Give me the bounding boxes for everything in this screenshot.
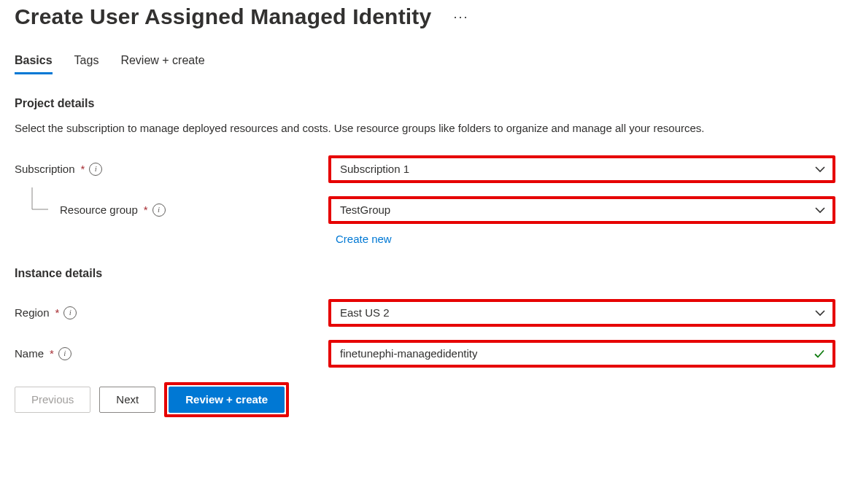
info-icon[interactable]: i — [63, 306, 77, 319]
tab-basics[interactable]: Basics — [15, 50, 53, 74]
resource-group-row: Resource group * i TestGroup — [15, 196, 835, 224]
resource-group-select[interactable]: TestGroup — [331, 199, 832, 221]
page-root: Create User Assigned Managed Identity ··… — [0, 0, 850, 424]
instance-details-heading: Instance details — [15, 267, 835, 280]
next-button[interactable]: Next — [99, 387, 155, 413]
tab-review-create[interactable]: Review + create — [120, 50, 204, 74]
previous-button[interactable]: Previous — [15, 387, 90, 413]
project-details-description: Select the subscription to manage deploy… — [15, 120, 817, 136]
footer-actions: Previous Next Review + create — [15, 382, 835, 417]
more-actions-button[interactable]: ··· — [449, 7, 473, 26]
resource-group-sublink-row: Create new — [15, 233, 835, 245]
region-select[interactable]: East US 2 — [331, 302, 832, 324]
review-create-highlight: Review + create — [164, 382, 289, 417]
required-indicator: * — [55, 306, 60, 319]
ellipsis-icon: ··· — [453, 9, 468, 24]
resource-group-value: TestGroup — [340, 203, 390, 216]
region-label: Region * i — [15, 306, 314, 319]
resource-group-label: Resource group * i — [15, 203, 314, 217]
required-indicator: * — [81, 163, 85, 175]
page-title: Create User Assigned Managed Identity — [15, 4, 431, 29]
subscription-label: Subscription * i — [15, 163, 314, 176]
project-details-heading: Project details — [15, 97, 835, 110]
required-indicator: * — [144, 203, 148, 216]
check-icon — [814, 348, 825, 360]
name-value: finetunephi-managedidentity — [340, 347, 477, 360]
region-value: East US 2 — [340, 306, 390, 319]
subscription-row: Subscription * i Subscription 1 — [15, 155, 835, 183]
subscription-field: Subscription 1 — [328, 155, 835, 183]
region-field: East US 2 — [328, 299, 835, 327]
subscription-select[interactable]: Subscription 1 — [331, 158, 832, 180]
required-indicator: * — [50, 347, 54, 360]
tab-tags[interactable]: Tags — [74, 50, 99, 74]
info-icon[interactable]: i — [89, 163, 102, 176]
region-label-text: Region — [15, 306, 50, 319]
project-details-form: Subscription * i Subscription 1 Resource… — [15, 155, 835, 245]
review-create-button[interactable]: Review + create — [169, 387, 285, 413]
resource-group-field: TestGroup — [328, 196, 835, 224]
create-new-link[interactable]: Create new — [328, 233, 835, 245]
tabs: Basics Tags Review + create — [15, 50, 835, 75]
instance-details-form: Region * i East US 2 Name * i finetuneph… — [15, 299, 835, 368]
name-field: finetunephi-managedidentity — [328, 340, 835, 368]
chevron-down-icon — [815, 205, 825, 215]
info-icon[interactable]: i — [58, 347, 72, 360]
region-row: Region * i East US 2 — [15, 299, 835, 327]
chevron-down-icon — [815, 164, 825, 174]
subscription-value: Subscription 1 — [340, 163, 409, 175]
resource-group-label-text: Resource group — [60, 203, 138, 216]
name-input[interactable]: finetunephi-managedidentity — [331, 343, 832, 365]
name-row: Name * i finetunephi-managedidentity — [15, 340, 835, 368]
subscription-label-text: Subscription — [15, 163, 75, 175]
title-row: Create User Assigned Managed Identity ··… — [15, 0, 835, 29]
tree-line-icon — [31, 187, 48, 217]
chevron-down-icon — [815, 308, 825, 318]
name-label-text: Name — [15, 347, 44, 360]
name-label: Name * i — [15, 347, 314, 360]
info-icon[interactable]: i — [152, 203, 166, 217]
